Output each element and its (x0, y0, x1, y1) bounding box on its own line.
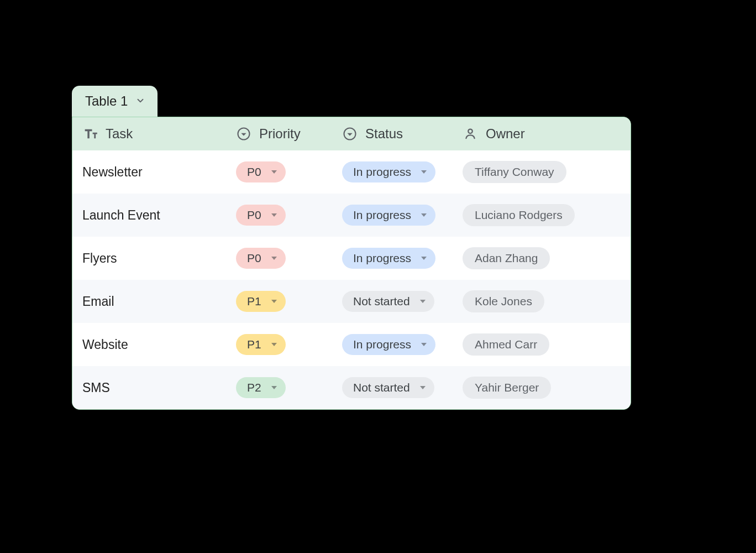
column-header-status[interactable]: Status (342, 117, 463, 150)
owner-cell: Ahmed Carr (463, 333, 631, 356)
table-panel: Task Priority Status Owner New (72, 117, 631, 410)
priority-cell: P0 (236, 205, 342, 226)
task-cell[interactable]: Launch Event (72, 208, 236, 223)
task-cell[interactable]: Newsletter (72, 165, 236, 180)
table-header-row: Task Priority Status Owner (72, 117, 631, 150)
dropdown-circle-icon (236, 126, 251, 142)
priority-cell: P1 (236, 291, 342, 312)
owner-chip[interactable]: Yahir Berger (463, 377, 551, 399)
dropdown-circle-icon (342, 126, 358, 142)
owner-cell: Adan Zhang (463, 247, 631, 269)
owner-chip[interactable]: Tiffany Conway (463, 161, 566, 183)
priority-cell: P2 (236, 377, 342, 398)
status-chip[interactable]: Not started (342, 377, 434, 398)
caret-down-icon (421, 257, 427, 260)
caret-down-icon (420, 386, 426, 389)
owner-chip[interactable]: Luciano Rodgers (463, 204, 575, 226)
table-row: Launch EventP0In progressLuciano Rodgers (72, 194, 631, 237)
column-header-label: Priority (259, 126, 301, 142)
priority-cell: P1 (236, 334, 342, 355)
owner-chip[interactable]: Ahmed Carr (463, 333, 549, 356)
status-cell: In progress (342, 334, 463, 355)
owner-chip[interactable]: Kole Jones (463, 290, 544, 312)
task-cell[interactable]: Website (72, 337, 236, 352)
priority-chip-label: P0 (247, 165, 261, 179)
caret-down-icon (420, 300, 426, 303)
priority-chip[interactable]: P2 (236, 377, 286, 398)
status-chip-label: In progress (353, 338, 411, 351)
priority-chip-label: P2 (247, 381, 261, 394)
caret-down-icon (271, 257, 277, 260)
owner-cell: Kole Jones (463, 290, 631, 312)
status-chip-label: In progress (353, 208, 411, 222)
priority-chip-label: P1 (247, 295, 261, 308)
status-cell: In progress (342, 205, 463, 226)
task-cell[interactable]: Email (72, 294, 236, 309)
table-tab-label: Table 1 (85, 93, 128, 109)
chevron-down-icon (135, 93, 145, 109)
person-icon (463, 126, 478, 142)
status-cell: Not started (342, 377, 463, 398)
table-row: FlyersP0In progressAdan Zhang (72, 237, 631, 280)
status-chip[interactable]: In progress (342, 334, 435, 355)
table-row: NewsletterP0In progressTiffany Conway (72, 150, 631, 194)
status-chip-label: In progress (353, 165, 411, 179)
status-cell: Not started (342, 291, 463, 312)
owner-cell: Luciano Rodgers (463, 204, 631, 226)
table-tab[interactable]: Table 1 (72, 86, 158, 117)
column-header-owner[interactable]: Owner (463, 117, 631, 150)
status-chip-label: Not started (353, 295, 410, 308)
owner-cell: Yahir Berger (463, 377, 631, 399)
table-row: SMSP2Not startedYahir Berger (72, 366, 631, 409)
priority-chip-label: P0 (247, 208, 261, 222)
svg-point-2 (468, 129, 472, 133)
priority-chip[interactable]: P0 (236, 248, 286, 269)
status-chip[interactable]: In progress (342, 161, 435, 182)
column-header-priority[interactable]: Priority (236, 117, 342, 150)
status-cell: In progress (342, 248, 463, 269)
status-chip-label: Not started (353, 381, 410, 394)
table-row: EmailP1Not startedKole Jones (72, 280, 631, 323)
column-header-task[interactable]: Task (72, 117, 236, 150)
caret-down-icon (421, 213, 427, 217)
column-header-label: Status (365, 126, 403, 142)
caret-down-icon (421, 170, 427, 174)
status-cell: In progress (342, 161, 463, 182)
table-body: NewsletterP0In progressTiffany ConwayLau… (72, 150, 631, 409)
task-cell[interactable]: Flyers (72, 251, 236, 266)
caret-down-icon (271, 213, 277, 217)
status-chip-label: In progress (353, 252, 411, 265)
priority-chip[interactable]: P0 (236, 205, 286, 226)
caret-down-icon (271, 300, 277, 303)
status-chip[interactable]: Not started (342, 291, 434, 312)
status-chip[interactable]: In progress (342, 205, 435, 226)
priority-chip-label: P1 (247, 338, 261, 351)
priority-cell: P0 (236, 161, 342, 182)
text-type-icon (82, 126, 98, 142)
column-header-label: Owner (486, 126, 525, 142)
owner-cell: Tiffany Conway (463, 161, 631, 183)
priority-cell: P0 (236, 248, 342, 269)
caret-down-icon (421, 343, 427, 346)
caret-down-icon (271, 170, 277, 174)
table-row: WebsiteP1In progressAhmed Carr (72, 323, 631, 366)
priority-chip[interactable]: P0 (236, 161, 286, 182)
priority-chip[interactable]: P1 (236, 291, 286, 312)
caret-down-icon (271, 343, 277, 346)
priority-chip-label: P0 (247, 252, 261, 265)
owner-chip[interactable]: Adan Zhang (463, 247, 550, 269)
priority-chip[interactable]: P1 (236, 334, 286, 355)
column-header-label: Task (106, 126, 133, 142)
task-cell[interactable]: SMS (72, 380, 236, 395)
status-chip[interactable]: In progress (342, 248, 435, 269)
caret-down-icon (271, 386, 277, 389)
